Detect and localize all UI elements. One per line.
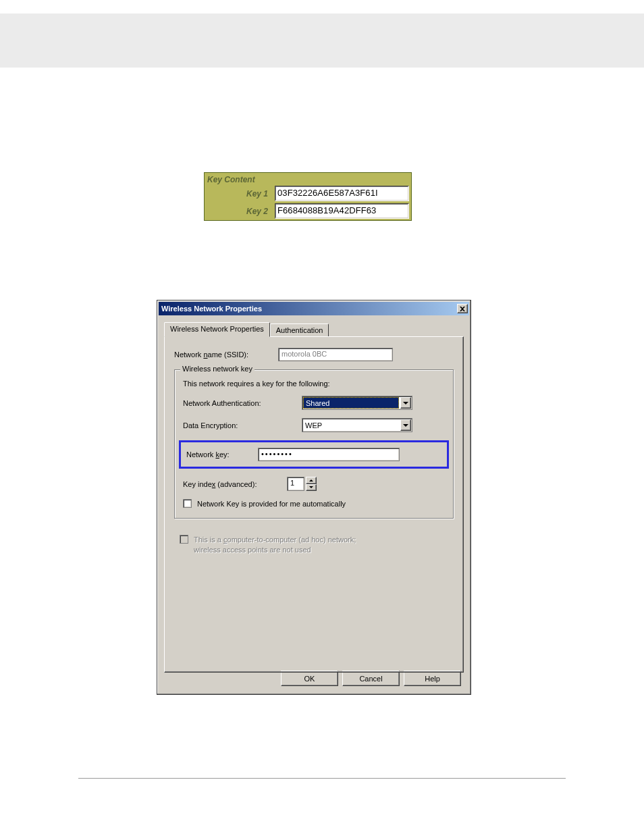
key1-label: Key 1 <box>205 189 275 199</box>
ssid-label: Network name (SSID): <box>174 350 278 359</box>
dialog-title: Wireless Network Properties <box>161 305 262 313</box>
key-index-label: Key index (advanced): <box>183 480 287 488</box>
chevron-down-icon[interactable] <box>400 419 411 431</box>
ok-button[interactable]: OK <box>281 671 338 686</box>
key-content-header: Key Content <box>205 173 275 185</box>
ssid-input: motorola 0BC <box>278 348 393 361</box>
wireless-properties-dialog: Wireless Network Properties Wireless Net… <box>157 300 471 695</box>
enc-label: Data Encryption: <box>183 421 302 429</box>
auth-label: Network Authentication: <box>183 399 302 407</box>
group-title: Wireless network key <box>180 365 254 373</box>
key-row-1: Key 1 03F32226A6E587A3F61I <box>205 185 411 203</box>
auth-combo[interactable]: Shared <box>302 396 412 410</box>
network-key-row: Network key: •••••••• <box>179 440 449 469</box>
spinner-down-icon[interactable] <box>306 484 317 492</box>
help-button[interactable]: Help <box>404 671 461 686</box>
tab-panel: Network name (SSID): motorola 0BC Wirele… <box>164 336 464 673</box>
key2-label: Key 2 <box>205 207 275 216</box>
key1-value[interactable]: 03F32226A6E587A3F61I <box>275 186 409 201</box>
close-button[interactable] <box>457 304 468 313</box>
dialog-buttons: OK Cancel Help <box>281 671 461 686</box>
tab-authentication[interactable]: Authentication <box>270 323 329 336</box>
network-key-input[interactable]: •••••••• <box>258 448 400 461</box>
key-index-spinner[interactable]: 1 <box>287 477 317 491</box>
footer-rule <box>78 778 566 779</box>
adhoc-label: This is a computer-to-computer (ad hoc) … <box>194 535 356 554</box>
auth-combo-value: Shared <box>303 397 399 409</box>
cancel-button[interactable]: Cancel <box>342 671 400 686</box>
tab-wireless-properties[interactable]: Wireless Network Properties <box>164 322 270 337</box>
close-icon <box>460 307 465 311</box>
spinner-up-icon[interactable] <box>306 477 317 484</box>
auto-key-row: Network Key is provided for me automatic… <box>183 499 445 509</box>
page-header-band <box>0 14 644 68</box>
dialog-titlebar[interactable]: Wireless Network Properties <box>159 302 469 315</box>
adhoc-row: This is a computer-to-computer (ad hoc) … <box>180 535 448 554</box>
enc-combo[interactable]: WEP <box>302 418 412 432</box>
adhoc-checkbox <box>180 535 188 544</box>
enc-combo-value: WEP <box>302 419 400 432</box>
wireless-key-group: Wireless network key This network requir… <box>174 369 454 519</box>
chevron-down-icon[interactable] <box>400 397 411 409</box>
auto-key-label: Network Key is provided for me automatic… <box>197 499 346 509</box>
tab-strip: Wireless Network Properties Authenticati… <box>164 322 464 336</box>
key2-value[interactable]: F6684088B19A42DFF63 <box>275 203 409 219</box>
network-key-label: Network key: <box>186 450 258 459</box>
key-content-table: Key Content Key 1 03F32226A6E587A3F61I K… <box>204 172 412 221</box>
group-info: This network requires a key for the foll… <box>183 380 445 388</box>
auto-key-checkbox[interactable] <box>183 499 192 508</box>
key-index-value[interactable]: 1 <box>287 477 304 491</box>
key-row-2: Key 2 F6684088B19A42DFF63 <box>205 203 411 220</box>
